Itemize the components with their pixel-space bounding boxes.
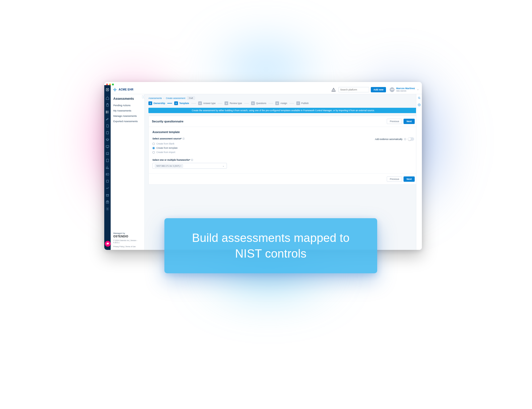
svg-rect-20 (106, 180, 109, 182)
source-option-0[interactable]: Create from blank (152, 142, 375, 146)
step-number: 2 (174, 101, 178, 105)
radio-label: Create from template (156, 147, 178, 149)
svg-point-3 (334, 90, 334, 91)
rail-chart-icon[interactable] (106, 166, 109, 169)
step-label: Publish (301, 102, 309, 105)
radio-icon (152, 143, 155, 145)
user-menu[interactable]: MM Marcos Martinez Site Admin (390, 87, 419, 92)
framework-chip[interactable]: NIST 800-171 rev 3 (SCF) × (155, 164, 183, 168)
step-label: Template (179, 102, 189, 105)
step-connector (191, 103, 196, 104)
step-number: 3 (198, 101, 202, 105)
next-button-top[interactable]: Next (404, 119, 415, 124)
sidebar-title: Assessments (113, 97, 142, 101)
mac-traffic-lights (104, 82, 422, 85)
rail-trend-icon[interactable] (106, 186, 109, 190)
step-label: Assign (280, 102, 287, 105)
svg-line-24 (419, 98, 420, 99)
brand-icon (113, 88, 117, 92)
sidebar-footer: Managed by OSTENDIO © 2024 Ostendio Inc … (113, 232, 142, 248)
evidence-toggle-label: Add evidence automatically (375, 138, 402, 141)
alert-icon[interactable] (331, 88, 336, 92)
next-button-bottom[interactable]: Next (404, 176, 415, 182)
plus-circle-icon[interactable] (418, 103, 421, 106)
evidence-toggle-group: Add evidence automatically i (375, 137, 414, 141)
overlay-caption: Build assessments mapped to NIST control… (177, 230, 364, 262)
step-connector (268, 103, 273, 104)
status-badge: Draft (187, 96, 195, 100)
user-name: Marcos Martinez (396, 87, 415, 90)
step-label: Ownership (153, 102, 165, 105)
step-answer-type[interactable]: 3Answer type (198, 101, 216, 105)
rail-tools-icon[interactable] (106, 117, 109, 121)
search-input[interactable] (338, 87, 369, 92)
rail-file-icon[interactable] (106, 131, 109, 135)
rail-home-icon[interactable] (106, 96, 109, 100)
radio-icon (152, 151, 155, 154)
step-connector (244, 103, 249, 104)
rail-gear-icon[interactable] (106, 207, 109, 211)
step-questions[interactable]: 5Questions (251, 101, 266, 105)
step-number: 4 (225, 101, 228, 105)
breadcrumb: Assessments › Create assessment Draft (145, 94, 422, 101)
sidebar: ‹ Assessments Pending Actions My Assessm… (111, 94, 145, 250)
app-logo-tile[interactable] (104, 85, 111, 94)
step-connector (167, 103, 172, 104)
rail-doc-icon[interactable] (106, 124, 109, 128)
sidebar-item-my[interactable]: My Assessments (113, 108, 142, 113)
source-option-1[interactable]: Create from template (152, 146, 375, 150)
breadcrumb-root[interactable]: Assessments (148, 97, 162, 100)
step-number: 5 (251, 101, 255, 105)
svg-point-9 (106, 111, 106, 111)
info-icon[interactable]: i (404, 138, 406, 140)
rail-id-icon[interactable] (106, 172, 109, 176)
brand: ACME EHR (111, 88, 134, 92)
section-title: Assessment template (152, 131, 414, 134)
step-publish[interactable]: 7Publish (296, 101, 309, 105)
rail-monitor-icon[interactable] (106, 145, 109, 148)
rail-grad-icon[interactable] (106, 138, 109, 142)
mac-max-dot[interactable] (112, 84, 114, 85)
svg-rect-12 (106, 131, 109, 134)
previous-button-top[interactable]: Previous (387, 119, 402, 124)
frameworks-select[interactable]: NIST 800-171 rev 3 (SCF) × ⌄ (152, 163, 227, 169)
info-icon[interactable]: i (182, 138, 185, 140)
rail-clipboard-icon[interactable] (106, 103, 109, 107)
sidebar-item-manage[interactable]: Manage Assessments (113, 113, 142, 119)
previous-button-bottom[interactable]: Previous (387, 176, 402, 182)
sidebar-item-pending[interactable]: Pending Actions (113, 103, 142, 108)
step-assign[interactable]: 6Assign (275, 101, 287, 105)
managed-by-label: Managed by (113, 232, 142, 234)
source-option-2[interactable]: Create from import (152, 150, 375, 154)
search-icon[interactable] (418, 96, 421, 100)
rail-building-icon[interactable] (106, 159, 109, 162)
rail-square-icon[interactable] (106, 179, 109, 183)
radio-icon (152, 147, 155, 149)
rail-assessments-icon[interactable] (106, 110, 109, 114)
breadcrumb-current[interactable]: Create assessment (166, 97, 185, 100)
legal-line-2: Privacy Policy | Terms of Use (113, 246, 142, 248)
sidebar-item-exported[interactable]: Exported Assessments (113, 119, 142, 124)
step-template[interactable]: 2Template (174, 101, 189, 105)
overlay-caption-card: Build assessments mapped to NIST control… (164, 218, 377, 273)
chat-fab[interactable] (105, 241, 111, 247)
radio-label: Create from import (156, 151, 175, 154)
step-label: Questions (256, 102, 266, 105)
step-connector (218, 103, 222, 104)
topbar: ACME EHR Add new MM Marcos Martinez Site… (104, 85, 422, 94)
step-label: Review type (230, 102, 242, 105)
evidence-toggle[interactable] (408, 137, 414, 141)
svg-rect-13 (106, 146, 109, 147)
collapse-sidebar-button[interactable]: ‹ (142, 95, 145, 98)
user-role: Site Admin (396, 90, 415, 92)
rail-laptop-icon[interactable] (106, 152, 109, 155)
step-connector (289, 103, 294, 104)
info-icon[interactable]: i (191, 159, 193, 161)
step-ownership[interactable]: 1Ownership (148, 101, 165, 105)
svg-point-1 (107, 89, 108, 90)
rail-store-icon[interactable] (106, 193, 109, 197)
rail-gift-icon[interactable] (106, 200, 109, 204)
step-number: 1 (148, 101, 152, 105)
add-new-button[interactable]: Add new (371, 87, 386, 92)
step-review-type[interactable]: 4Review type (225, 101, 242, 105)
